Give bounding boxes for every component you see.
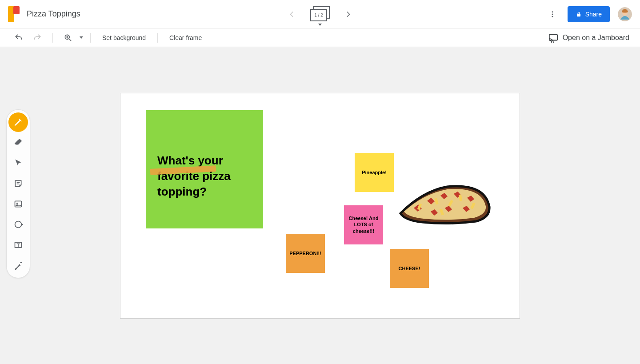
clear-frame-button[interactable]: Clear frame — [165, 34, 206, 41]
account-avatar[interactable] — [618, 7, 632, 21]
open-on-jamboard-label: Open on a Jamboard — [563, 34, 629, 42]
sticky-note-cheese-lots[interactable]: Cheese! And LOTS of cheese!!! — [344, 205, 383, 244]
svg-rect-9 — [549, 34, 557, 40]
cast-icon — [548, 33, 558, 43]
zoom-control[interactable] — [60, 30, 83, 46]
open-on-jamboard-button[interactable]: Open on a Jamboard — [548, 33, 629, 43]
action-toolbar: Set background Clear frame Open on a Jam… — [0, 28, 640, 47]
toolbar-separator — [52, 33, 53, 43]
svg-point-0 — [552, 11, 553, 12]
frame-counter: 1 / 2 — [310, 9, 327, 21]
toolbar-separator — [157, 33, 158, 43]
toolbar-separator — [90, 33, 91, 43]
share-button-label: Share — [585, 11, 602, 18]
jam-canvas[interactable]: What's your favorite pizza topping? Pine… — [120, 93, 520, 319]
sticky-note-text: PEPPERONI!! — [289, 251, 321, 256]
sticky-note-text: Pineapple! — [362, 170, 387, 175]
pizza-image[interactable] — [396, 182, 494, 227]
more-options-button[interactable] — [545, 7, 560, 21]
sticky-note-pepperoni[interactable]: PEPPERONI!! — [286, 234, 325, 273]
share-button[interactable]: Share — [568, 6, 610, 22]
sticky-note-text: CHEESE! — [399, 266, 420, 271]
jamboard-logo-icon — [8, 6, 20, 22]
sticky-note-cheese[interactable]: CHEESE! — [390, 249, 429, 288]
next-frame-button[interactable] — [343, 9, 354, 20]
document-title[interactable]: Pizza Toppings — [27, 9, 80, 19]
app-header: Pizza Toppings 1 / 2 Share — [0, 0, 640, 28]
chevron-down-icon — [80, 36, 83, 39]
redo-button[interactable] — [29, 30, 45, 46]
workspace: What's your favorite pizza topping? Pine… — [0, 47, 640, 364]
undo-button[interactable] — [11, 30, 27, 46]
frame-navigator: 1 / 2 — [286, 0, 354, 28]
svg-line-6 — [69, 39, 71, 40]
frame-selector[interactable]: 1 / 2 — [310, 6, 330, 22]
sticky-note-text: What's your favorite pizza topping? — [157, 153, 252, 200]
lock-icon — [576, 11, 582, 17]
zoom-icon — [60, 30, 76, 46]
sticky-note-text: Cheese! And LOTS of cheese!!! — [347, 215, 380, 234]
svg-point-2 — [552, 16, 553, 17]
set-background-button[interactable]: Set background — [98, 34, 150, 41]
sticky-note-pineapple[interactable]: Pineapple! — [355, 153, 394, 192]
svg-point-1 — [552, 13, 553, 15]
prev-frame-button[interactable] — [286, 9, 297, 20]
